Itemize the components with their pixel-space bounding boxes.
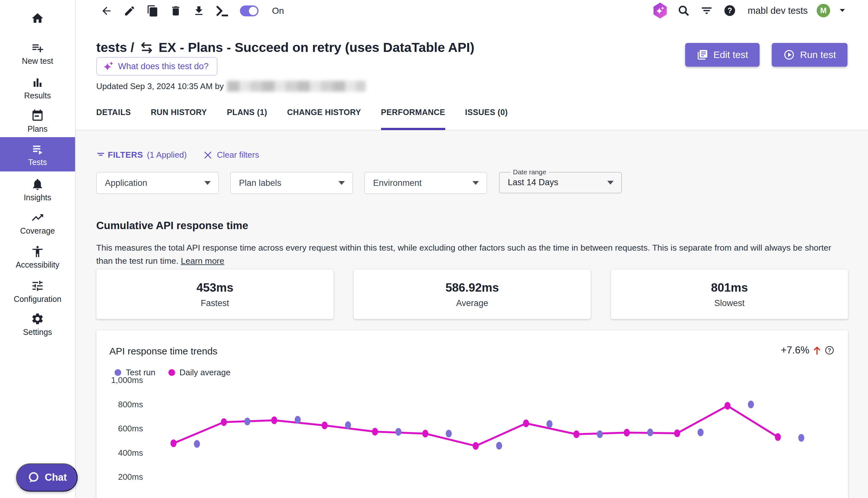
what-does-test-do-button[interactable]: What does this test do? <box>96 57 217 76</box>
close-icon <box>203 150 212 160</box>
sidebar-item-label: New test <box>22 57 53 65</box>
breadcrumb[interactable]: tests / <box>96 40 135 55</box>
global-topbar: ? mabl dev tests M <box>653 2 845 18</box>
environment-dropdown[interactable]: Environment <box>365 172 487 194</box>
edit-name-button[interactable] <box>123 4 137 18</box>
results-icon <box>31 76 44 89</box>
stat-card-slowest: 801ms Slowest <box>611 269 848 319</box>
export-button[interactable] <box>192 4 206 18</box>
chevron-down-icon <box>607 181 614 185</box>
redacted-user-name <box>227 81 366 92</box>
run-test-button[interactable]: Run test <box>772 43 847 67</box>
api-snippet-button[interactable] <box>215 4 229 18</box>
header-actions: Edit test Run test <box>685 43 847 67</box>
sidebar-item-home[interactable] <box>0 12 75 27</box>
application-dropdown[interactable]: Application <box>96 172 219 194</box>
help-outline-icon[interactable]: ? <box>825 345 834 355</box>
settings-gear-icon <box>31 312 44 326</box>
plans-icon <box>31 109 44 122</box>
filters-bar: FILTERS (1 Applied) Clear filters <box>96 150 259 160</box>
stat-card-average: 586.92ms Average <box>354 269 591 319</box>
sidebar-item-label: Insights <box>24 193 51 201</box>
test-enabled-toggle[interactable] <box>240 5 258 16</box>
chevron-down-icon <box>339 181 345 185</box>
tab-issues[interactable]: ISSUES (0) <box>465 106 508 130</box>
sidebar-item-label: Tests <box>28 158 47 166</box>
back-arrow-icon <box>100 5 113 17</box>
legend-label: Daily average <box>180 368 231 378</box>
stat-value: 801ms <box>711 281 748 294</box>
clear-filters-x[interactable] <box>203 150 212 160</box>
tab-run-history[interactable]: RUN HISTORY <box>151 106 207 130</box>
help-button[interactable]: ? <box>723 3 737 18</box>
plan-labels-dropdown[interactable]: Plan labels <box>230 172 353 194</box>
updated-info: Updated Sep 3, 2024 10:35 AM by <box>96 81 366 92</box>
learn-more-link[interactable]: Learn more <box>181 256 225 266</box>
sidebar-item-configuration[interactable]: Configuration <box>0 279 75 303</box>
sidebar-item-new-test[interactable]: New test <box>0 41 75 65</box>
trash-icon <box>170 5 182 17</box>
legend-dot-daily-average <box>168 369 175 376</box>
tab-details[interactable]: DETAILS <box>96 106 131 130</box>
clear-filters-button[interactable]: Clear filters <box>217 150 259 160</box>
y-axis-tick: 800ms <box>97 399 143 409</box>
y-axis-tick: 1,000ms <box>97 375 143 385</box>
sidebar-item-settings[interactable]: Settings <box>0 312 75 336</box>
tab-bar: DETAILS RUN HISTORY PLANS (1) CHANGE HIS… <box>96 106 508 130</box>
sidebar-item-plans[interactable]: Plans <box>0 109 75 133</box>
delete-button[interactable] <box>169 4 183 18</box>
svg-text:?: ? <box>828 348 831 353</box>
sidebar-item-coverage[interactable]: Coverage <box>0 211 75 235</box>
chevron-down-icon[interactable] <box>839 8 845 13</box>
sidebar-item-insights[interactable]: Insights <box>0 178 75 201</box>
filter-button[interactable] <box>700 3 714 18</box>
chat-bubble-icon <box>27 471 40 484</box>
toggle-knob <box>249 7 257 15</box>
stat-label: Slowest <box>714 298 745 308</box>
arrow-up-icon <box>812 345 822 355</box>
search-icon <box>677 4 690 17</box>
chat-button[interactable]: Chat <box>16 463 78 492</box>
home-icon <box>31 12 44 25</box>
tests-icon <box>31 142 44 156</box>
tab-plans[interactable]: PLANS (1) <box>227 106 267 130</box>
avatar[interactable]: M <box>817 4 830 17</box>
stat-label: Average <box>456 298 488 308</box>
sidebar-item-label: Accessibility <box>16 261 59 269</box>
legend-item-daily-average: Daily average <box>168 368 231 378</box>
chevron-down-icon <box>472 181 479 185</box>
filter-list-icon <box>700 4 713 17</box>
chart-title: API response time trends <box>110 346 217 357</box>
filter-dropdowns: Application Plan labels Environment Date… <box>96 172 622 194</box>
sidebar-item-accessibility[interactable]: Accessibility <box>0 245 75 269</box>
sidebar-item-label: Settings <box>23 328 52 336</box>
sidebar-item-label: Plans <box>28 124 48 133</box>
workspace-name[interactable]: mabl dev tests <box>748 5 808 16</box>
sidebar-item-results[interactable]: Results <box>0 76 75 100</box>
filters-title[interactable]: FILTERS <box>108 150 143 160</box>
download-icon <box>193 5 205 17</box>
svg-text:?: ? <box>728 6 732 15</box>
stat-value: 586.92ms <box>446 281 499 294</box>
search-button[interactable] <box>677 3 691 18</box>
edit-test-icon <box>697 49 708 61</box>
stat-label: Fastest <box>201 298 229 308</box>
back-button[interactable] <box>100 4 114 18</box>
date-range-value: Last 14 Days <box>508 178 559 187</box>
copy-icon <box>146 5 159 17</box>
stat-value: 453ms <box>196 281 233 294</box>
ai-sparkle-icon <box>103 61 114 72</box>
play-circle-icon <box>783 49 795 61</box>
toggle-state-label: On <box>272 6 284 16</box>
tab-change-history[interactable]: CHANGE HISTORY <box>287 106 361 130</box>
ai-assistant-button[interactable] <box>653 2 667 18</box>
sidebar-item-tests[interactable]: Tests <box>0 137 75 171</box>
date-range-legend: Date range <box>510 168 549 176</box>
swap-arrows-icon <box>140 42 154 53</box>
insights-bell-icon <box>31 178 44 191</box>
edit-test-button[interactable]: Edit test <box>685 43 760 67</box>
duplicate-button[interactable] <box>145 4 160 18</box>
tab-performance[interactable]: PERFORMANCE <box>381 106 445 130</box>
help-icon: ? <box>723 4 736 17</box>
date-range-dropdown[interactable]: Date range Last 14 Days <box>499 168 622 193</box>
